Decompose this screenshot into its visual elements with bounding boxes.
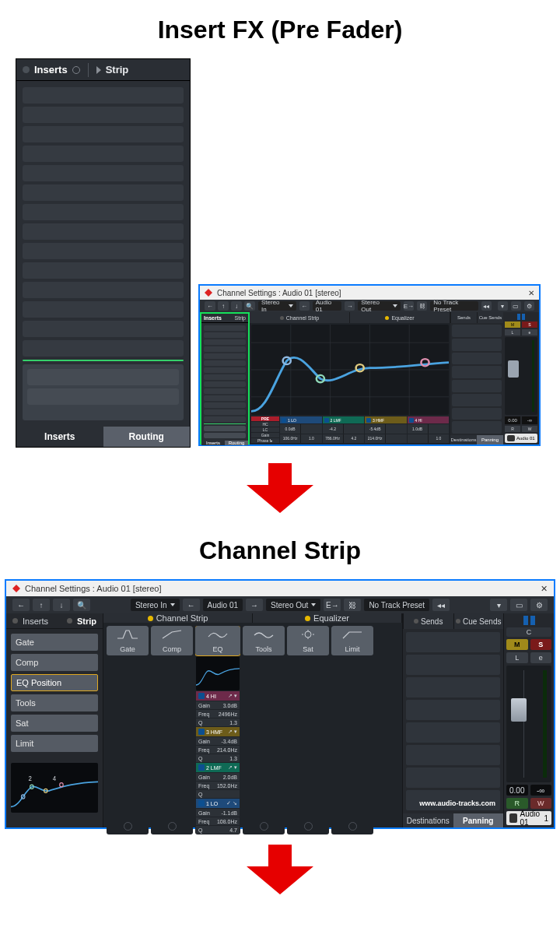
band-freq[interactable]: [408, 434, 429, 444]
footer-tab-panning[interactable]: Panning: [453, 813, 504, 827]
send-slot[interactable]: [406, 632, 500, 652]
nav-back-button[interactable]: ←: [205, 301, 215, 311]
insert-slot[interactable]: [204, 360, 246, 366]
track-name-drop[interactable]: Audio 01: [203, 599, 243, 611]
band-freq[interactable]: 152.0Hz: [215, 782, 240, 789]
band-freq[interactable]: 786.0Hz: [323, 434, 344, 444]
hc-button[interactable]: HC: [251, 422, 279, 427]
power-icon[interactable]: [304, 822, 313, 831]
band-freq[interactable]: 106.0Hz: [280, 434, 301, 444]
band-gain[interactable]: -4.2: [323, 424, 344, 434]
insert-slot[interactable]: [204, 346, 246, 352]
listen-button[interactable]: L: [505, 329, 520, 336]
band-freq[interactable]: 2496Hz: [216, 710, 240, 718]
insert-slot[interactable]: [23, 262, 184, 279]
insert-slot[interactable]: [204, 395, 246, 401]
nav-down-button[interactable]: ↓: [53, 599, 70, 611]
tab-strip[interactable]: Strip: [77, 617, 96, 626]
nav-up-button[interactable]: ↑: [218, 301, 229, 311]
band-q[interactable]: [386, 434, 406, 444]
preset-prev-button[interactable]: ◂◂: [481, 301, 492, 311]
insert-slot[interactable]: [204, 325, 246, 331]
layout-button[interactable]: ▭: [511, 301, 521, 311]
layout-button[interactable]: ▭: [510, 599, 527, 611]
edit-output-button[interactable]: E→: [404, 301, 414, 311]
power-icon[interactable]: [260, 822, 268, 831]
power-icon[interactable]: [168, 822, 177, 831]
mute-button[interactable]: M: [505, 321, 520, 328]
gear-icon[interactable]: ⚙: [530, 599, 548, 611]
insert-slot-post[interactable]: [204, 433, 246, 438]
band-gain[interactable]: 1.0dB: [408, 424, 429, 434]
band-type-menu[interactable]: ↗ ▾: [228, 693, 237, 699]
insert-slot[interactable]: [23, 321, 184, 337]
strip-item-eq-position[interactable]: EQ Position: [11, 674, 98, 691]
insert-slot[interactable]: [204, 409, 246, 415]
edit-button[interactable]: e: [522, 329, 537, 336]
footer-tab-inserts[interactable]: Inserts: [16, 427, 103, 447]
pan-value[interactable]: C: [506, 627, 551, 637]
nav-down-button[interactable]: ↓: [231, 301, 242, 311]
band-on-toggle[interactable]: [409, 418, 414, 423]
tab-cue-sends[interactable]: Cue Sends: [477, 312, 503, 323]
write-button[interactable]: W: [522, 426, 537, 432]
footer-tab-destinations[interactable]: Destinations: [450, 435, 477, 444]
band-gain[interactable]: 0.0dB: [280, 424, 301, 434]
chain-icon[interactable]: ⛓: [344, 599, 361, 611]
insert-slot[interactable]: [23, 126, 184, 142]
insert-slot[interactable]: [204, 402, 246, 408]
prev-track-button[interactable]: ←: [183, 599, 200, 611]
band-q[interactable]: 1.3: [218, 718, 240, 726]
band-type-menu[interactable]: ↗ ▾: [228, 729, 237, 735]
pre-post-divider[interactable]: [23, 360, 184, 361]
footer-tab-inserts[interactable]: Inserts: [201, 441, 225, 445]
send-slot[interactable]: [452, 421, 502, 434]
fader-value[interactable]: 0.00: [506, 785, 528, 796]
send-slot[interactable]: [452, 366, 502, 378]
module-tools[interactable]: Tools: [243, 626, 285, 834]
band-freq[interactable]: 108.0Hz: [215, 817, 240, 825]
send-slot[interactable]: [452, 408, 502, 420]
tab-inserts[interactable]: Inserts: [34, 64, 68, 76]
window-titlebar[interactable]: Channel Settings : Audio 01 [stereo] ✕: [6, 581, 554, 596]
insert-slot[interactable]: [23, 340, 184, 357]
gear-icon[interactable]: ⚙: [524, 301, 534, 311]
tab-equalizer[interactable]: Equalizer: [350, 312, 450, 323]
band-type-menu[interactable]: ↗ ▾: [228, 764, 237, 771]
eq-preview[interactable]: [196, 656, 240, 690]
insert-slot[interactable]: [204, 367, 246, 373]
send-slot[interactable]: [406, 745, 500, 765]
insert-slot[interactable]: [204, 332, 246, 338]
footer-tab-destinations[interactable]: Destinations: [403, 813, 453, 827]
peak-value[interactable]: -∞: [530, 785, 552, 796]
input-routing-drop[interactable]: Stereo In: [131, 599, 180, 611]
gain-label[interactable]: Gain: [251, 433, 279, 437]
track-preset-drop[interactable]: No Track Preset: [430, 301, 478, 311]
nav-up-button[interactable]: ↑: [33, 599, 50, 611]
fader-handle[interactable]: [511, 698, 527, 722]
pre-post-divider[interactable]: [204, 423, 246, 424]
tab-inserts[interactable]: Inserts: [23, 617, 48, 626]
strip-item-sat[interactable]: Sat: [11, 715, 98, 732]
power-icon[interactable]: [348, 822, 357, 831]
insert-slot[interactable]: [23, 165, 184, 181]
band-gain[interactable]: -3.4dB: [218, 737, 240, 745]
insert-slot[interactable]: [23, 282, 184, 298]
band-q[interactable]: 4.7: [218, 826, 240, 834]
fader-track[interactable]: [506, 666, 551, 782]
track-label[interactable]: Audio 011: [506, 811, 551, 825]
link-icon[interactable]: [507, 435, 515, 441]
insert-slot[interactable]: [204, 339, 246, 345]
pan-indicator[interactable]: [506, 616, 551, 625]
send-slot[interactable]: www.audio-tracks.com: [406, 790, 500, 810]
nav-back-button[interactable]: ←: [12, 599, 30, 611]
chain-icon[interactable]: ⛓: [417, 301, 427, 311]
phase-button[interactable]: Phase f▸: [251, 438, 279, 443]
module-comp[interactable]: Comp: [151, 626, 193, 834]
fader-handle[interactable]: [508, 360, 519, 378]
band-gain[interactable]: 2.0dB: [218, 773, 240, 781]
send-slot[interactable]: [452, 325, 502, 337]
module-sat[interactable]: Sat: [287, 626, 329, 834]
insert-slot[interactable]: [23, 243, 184, 259]
band-q[interactable]: 1.3: [218, 754, 240, 762]
